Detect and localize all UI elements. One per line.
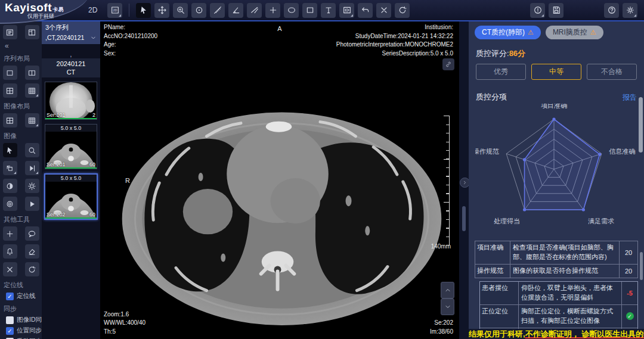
collapse-sidebar-button[interactable]: «: [5, 42, 42, 50]
bell-button[interactable]: [3, 244, 17, 259]
layout-1x1-icon: [5, 69, 14, 77]
svg-text:满足需求: 满足需求: [588, 217, 614, 225]
reset-button[interactable]: [395, 3, 410, 18]
comment-button[interactable]: [25, 226, 39, 241]
radar-chart: 项目准确信息准确满足需求处理得当操作规范: [475, 104, 638, 240]
qc-panel-scrollbar[interactable]: [639, 97, 643, 153]
thumbnail-image-count: 60: [89, 212, 95, 217]
layout-1x1-button[interactable]: [3, 66, 17, 80]
sidebar-icon-grid: [0, 113, 42, 127]
cine-play-button[interactable]: [25, 161, 39, 175]
dropdown-corner-mark: [14, 172, 16, 174]
grade-button-不合格[interactable]: 不合格: [587, 64, 637, 80]
table-cell-desc: 仰卧位，双臂上举抱头，患者体位摆放合适，无明显偏斜: [519, 282, 621, 304]
overlay-line: WW/WL:400/40: [104, 319, 145, 328]
angle-button[interactable]: [228, 3, 243, 18]
checkbox-icon[interactable]: [6, 327, 14, 335]
magnify-button[interactable]: [25, 143, 39, 157]
layout-grid-button[interactable]: [25, 113, 39, 127]
grade-button-中等[interactable]: 中等: [531, 64, 581, 80]
save-button[interactable]: [549, 3, 564, 18]
cursor-button[interactable]: [136, 3, 151, 18]
series-panel-header: 3个序列 ,CT,20240121: [42, 21, 100, 44]
layout-2x2-button[interactable]: [3, 83, 17, 98]
overlay-line: SeriesDescription:5.0 x 5.0: [336, 49, 453, 58]
checkbox-定位线[interactable]: 定位线: [6, 292, 42, 300]
table-cell-result: -5: [621, 282, 637, 304]
play-icon: [27, 200, 36, 209]
reset-button[interactable]: [25, 262, 39, 276]
pan-button[interactable]: [154, 3, 169, 18]
rect-button[interactable]: [302, 3, 317, 18]
panel-list-icon: [5, 28, 14, 37]
length-button[interactable]: [210, 3, 225, 18]
panel-flip-button[interactable]: [25, 25, 39, 39]
zoom-in-button[interactable]: [173, 3, 188, 18]
gear-button[interactable]: [623, 3, 637, 18]
link-sync-button[interactable]: [442, 58, 454, 70]
play-button[interactable]: [25, 197, 39, 211]
layout-1x2-button[interactable]: [25, 66, 39, 80]
invert-button[interactable]: [3, 179, 17, 193]
study-date: 20240121: [42, 60, 100, 68]
rotate-button[interactable]: [3, 161, 17, 175]
delete-button[interactable]: [376, 3, 391, 18]
study-select[interactable]: ,CT,20240121: [45, 34, 97, 41]
probe-button[interactable]: [191, 3, 206, 18]
series-thumbnail-Ser-101[interactable]: Ser:1012: [45, 82, 97, 120]
toolbar-settings-group: [602, 3, 639, 18]
undo-button[interactable]: [358, 3, 373, 18]
qc-tab-CT质控(肺部)[interactable]: CT质控(肺部)⚠: [475, 26, 541, 39]
previous-image-button[interactable]: [441, 282, 454, 298]
report-link[interactable]: 报告: [623, 92, 637, 102]
cursor-button[interactable]: [3, 143, 17, 157]
qc-tab-MRI脑质控[interactable]: MRI脑质控⚠: [546, 26, 603, 39]
wl-preset-button[interactable]: [339, 3, 354, 18]
series-thumbnail-Ser-201[interactable]: 5.0 x 5.0Ser:20160: [45, 124, 97, 169]
checkbox-位置同步[interactable]: 位置同步: [6, 326, 42, 335]
sidebar-section-title: 图像: [4, 132, 42, 141]
layout-1x2-icon: [27, 69, 36, 77]
checkbox-icon[interactable]: [6, 316, 14, 324]
toolbar-utility-group: [528, 3, 565, 18]
checkbox-图像ID同步[interactable]: 图像ID同步: [6, 316, 42, 324]
table-cell-score: 20: [619, 241, 637, 264]
layout-2d-button[interactable]: 2D: [107, 3, 122, 18]
help-button[interactable]: [604, 3, 619, 18]
grade-button-优秀[interactable]: 优秀: [476, 64, 526, 80]
reset-icon: [27, 265, 36, 274]
sidebar-section-title: 定位线: [4, 281, 42, 290]
deduct-score: -5: [627, 290, 633, 297]
cross-button[interactable]: [265, 3, 280, 18]
qc-score-row: 质控评分:86分: [476, 48, 638, 59]
qc-table: 项目准确检查项目是否准确(项目如脑部、胸部、腹部是否在标准的范围内容)20操作规…: [475, 240, 638, 339]
toolbar-tools-group: [134, 3, 411, 18]
cursor-icon: [5, 146, 14, 155]
series-thumbnail-Ser-202[interactable]: 5.0 x 5.0Ser:20260: [44, 173, 98, 220]
study-select-value: ,CT,20240121: [45, 34, 84, 41]
next-image-button[interactable]: [441, 298, 454, 315]
panel-list-button[interactable]: [3, 25, 17, 39]
study-label: 20240121 CT: [42, 58, 100, 77]
layout-grid-button[interactable]: [25, 83, 39, 98]
check-pass-icon: ✓: [626, 312, 634, 320]
qc-grade-buttons: 优秀中等不合格: [476, 64, 637, 80]
eraser-button[interactable]: [25, 244, 39, 259]
text-button[interactable]: [321, 3, 336, 18]
image-viewport[interactable]: PName:AccNO:2401210200Age:Sex: Institusi…: [100, 21, 459, 339]
cobb-angle-button[interactable]: [247, 3, 262, 18]
delete-button[interactable]: [3, 262, 17, 276]
target-button[interactable]: [3, 197, 17, 211]
brightness-button[interactable]: [25, 179, 39, 193]
qc-table-scrollbar[interactable]: [640, 252, 643, 280]
viewport-scrollbar[interactable]: [462, 206, 466, 231]
sidebar-icon-grid: [0, 226, 42, 276]
ellipse-button[interactable]: [284, 3, 299, 18]
checkbox-icon[interactable]: [6, 293, 14, 300]
layout-2x2-button[interactable]: [3, 113, 17, 127]
info-button[interactable]: [530, 3, 545, 18]
cross-button[interactable]: [3, 226, 17, 241]
overlay-line: Sex:: [104, 49, 157, 58]
overlay-line: PName:: [104, 23, 157, 32]
brightness-icon: [27, 182, 36, 191]
